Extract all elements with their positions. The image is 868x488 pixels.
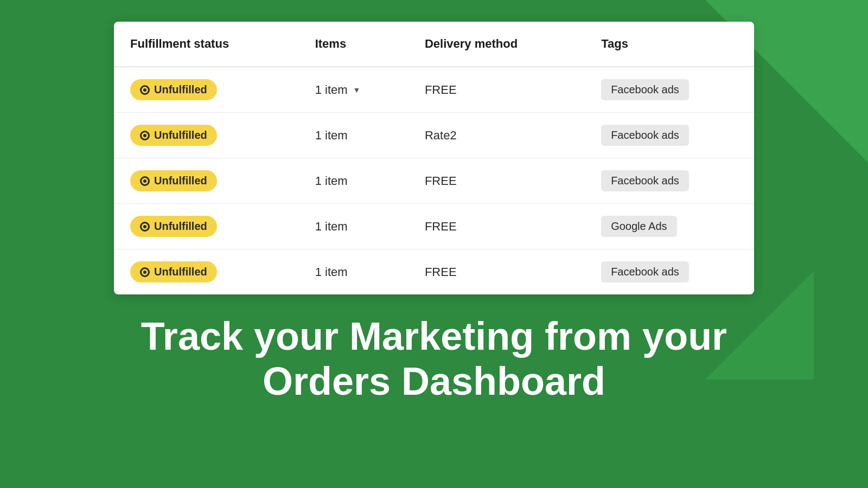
table-row: Unfulfilled1 itemRate2Facebook ads (114, 113, 754, 158)
col-items: Items (299, 22, 409, 67)
items-count: 1 item (315, 174, 348, 188)
delivery-value: FREE (425, 83, 457, 97)
status-badge: Unfulfilled (130, 261, 217, 282)
items-cell: 1 item (299, 204, 409, 249)
status-badge: Unfulfilled (130, 79, 217, 100)
tag-badge: Facebook ads (601, 170, 689, 191)
items-cell: 1 item (299, 249, 409, 295)
status-badge: Unfulfilled (130, 170, 217, 191)
bottom-headline: Track your Marketing from your Orders Da… (119, 314, 749, 404)
tag-badge: Facebook ads (601, 79, 689, 100)
tags-cell: Google Ads (585, 204, 754, 249)
dropdown-arrow-icon[interactable]: ▼ (353, 86, 361, 94)
unfulfilled-icon (140, 176, 150, 186)
table-row: Unfulfilled1 itemFREEFacebook ads (114, 249, 754, 295)
unfulfilled-icon (140, 267, 150, 277)
status-label: Unfulfilled (154, 129, 207, 142)
table-row: Unfulfilled1 item▼FREEFacebook ads (114, 67, 754, 113)
delivery-cell: FREE (409, 204, 585, 249)
items-cell: 1 item▼ (299, 67, 409, 113)
items-cell: 1 item (299, 113, 409, 158)
items-cell: 1 item (299, 158, 409, 204)
status-label: Unfulfilled (154, 175, 207, 187)
orders-table: Fulfillment status Items Delivery method… (114, 22, 754, 294)
unfulfilled-icon (140, 222, 150, 232)
unfulfilled-icon (140, 131, 150, 140)
col-fulfillment-status: Fulfillment status (114, 22, 299, 67)
items-count: 1 item (315, 220, 348, 234)
tag-badge: Google Ads (601, 216, 676, 237)
delivery-value: FREE (425, 265, 457, 279)
table-row: Unfulfilled1 itemFREEFacebook ads (114, 158, 754, 204)
status-cell: Unfulfilled (114, 204, 299, 249)
status-label: Unfulfilled (154, 84, 207, 96)
col-tags: Tags (585, 22, 754, 67)
delivery-value: FREE (425, 174, 457, 188)
items-count: 1 item (315, 129, 348, 143)
delivery-value: FREE (425, 220, 457, 233)
tags-cell: Facebook ads (585, 158, 754, 204)
items-count: 1 item (315, 265, 348, 279)
status-cell: Unfulfilled (114, 67, 299, 113)
tags-cell: Facebook ads (585, 113, 754, 158)
table-row: Unfulfilled1 itemFREEGoogle Ads (114, 204, 754, 249)
tag-badge: Facebook ads (601, 125, 689, 146)
orders-table-container: Fulfillment status Items Delivery method… (114, 22, 754, 294)
delivery-value: Rate2 (425, 129, 457, 142)
tag-badge: Facebook ads (601, 261, 689, 282)
status-label: Unfulfilled (154, 220, 207, 233)
delivery-cell: Rate2 (409, 113, 585, 158)
status-cell: Unfulfilled (114, 158, 299, 204)
tags-cell: Facebook ads (585, 249, 754, 295)
delivery-cell: FREE (409, 158, 585, 204)
tags-cell: Facebook ads (585, 67, 754, 113)
delivery-cell: FREE (409, 249, 585, 295)
status-badge: Unfulfilled (130, 125, 217, 146)
headline-line1: Track your Marketing from your (141, 314, 727, 358)
headline-line2: Orders Dashboard (263, 359, 605, 403)
status-cell: Unfulfilled (114, 113, 299, 158)
status-cell: Unfulfilled (114, 249, 299, 295)
delivery-cell: FREE (409, 67, 585, 113)
unfulfilled-icon (140, 85, 150, 95)
status-badge: Unfulfilled (130, 216, 217, 237)
status-label: Unfulfilled (154, 266, 207, 278)
items-count: 1 item (315, 83, 348, 97)
table-header-row: Fulfillment status Items Delivery method… (114, 22, 754, 67)
col-delivery-method: Delivery method (409, 22, 585, 67)
